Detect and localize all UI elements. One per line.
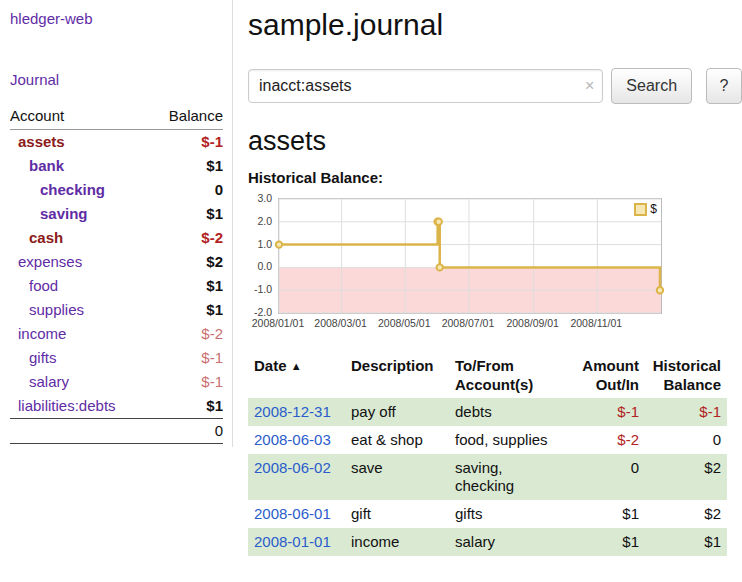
- account-link[interactable]: gifts: [29, 349, 57, 366]
- account-link[interactable]: checking: [40, 181, 105, 198]
- register-date-link[interactable]: 2008-01-01: [254, 533, 331, 550]
- register-account-cell: salary: [449, 528, 567, 556]
- sidebar: hledger-web Journal Account Balance asse…: [0, 0, 233, 447]
- register-balance-cell: 0: [645, 426, 727, 454]
- account-row: salary$-1: [10, 370, 223, 394]
- register-date-cell: 2008-06-03: [248, 426, 345, 454]
- chart-legend: $: [634, 202, 657, 216]
- account-link[interactable]: salary: [29, 373, 69, 390]
- account-link[interactable]: income: [18, 325, 66, 342]
- register-description-cell: income: [345, 528, 449, 556]
- register-header-date[interactable]: Date ▲: [248, 352, 345, 398]
- account-link[interactable]: supplies: [29, 301, 84, 318]
- accounts-header-account: Account: [10, 104, 151, 130]
- register-account-cell: food, supplies: [449, 426, 567, 454]
- page: hledger-web Journal Account Balance asse…: [0, 0, 742, 582]
- account-name-cell: liabilities:debts: [10, 394, 151, 419]
- register-table-body: 2008-12-31pay offdebts$-1$-12008-06-03ea…: [248, 398, 727, 556]
- x-tick-label: 2008/07/01: [442, 317, 495, 329]
- register-description-cell: eat & shop: [345, 426, 449, 454]
- accounts-table: Account Balance assets$-1bank$1checking0…: [10, 104, 223, 444]
- legend-label: $: [650, 202, 657, 216]
- account-balance: $1: [151, 394, 223, 419]
- account-balance: $-2: [151, 226, 223, 250]
- account-row: food$1: [10, 274, 223, 298]
- register-account-cell: gifts: [449, 500, 567, 528]
- register-amount-cell: $1: [567, 528, 645, 556]
- search-input[interactable]: [248, 69, 603, 103]
- search-button[interactable]: Search: [611, 68, 692, 104]
- register-header-amount: Amount Out/In: [567, 352, 645, 398]
- chart-svg: [279, 199, 661, 313]
- register-amount-cell: $-1: [567, 398, 645, 426]
- app-title-link[interactable]: hledger-web: [10, 10, 222, 27]
- register-header-balance: Historical Balance: [645, 352, 727, 398]
- accounts-header-balance: Balance: [151, 104, 223, 130]
- accounts-header-row: Account Balance: [10, 104, 223, 130]
- register-description-cell: save: [345, 454, 449, 500]
- search-box: ×: [248, 69, 603, 103]
- account-link[interactable]: liabilities:debts: [18, 397, 116, 414]
- account-link[interactable]: cash: [29, 229, 63, 246]
- account-row: assets$-1: [10, 130, 223, 155]
- x-tick-label: 2008/11/01: [570, 317, 622, 329]
- register-date-cell: 2008-01-01: [248, 528, 345, 556]
- account-name-cell: food: [10, 274, 151, 298]
- date-header-label: Date: [254, 357, 287, 374]
- account-link[interactable]: food: [29, 277, 58, 294]
- account-name-cell: assets: [10, 130, 151, 155]
- register-balance-cell: $2: [645, 454, 727, 500]
- balance-chart: 3.02.01.00.0-1.0-2.0 $ 2008/01/012008/03…: [248, 190, 742, 338]
- register-header-description: Description: [345, 352, 449, 398]
- register-balance-cell: $2: [645, 500, 727, 528]
- register-amount-cell: $-2: [567, 426, 645, 454]
- account-name-cell: salary: [10, 370, 151, 394]
- account-heading: assets: [248, 126, 742, 157]
- sidebar-item-journal[interactable]: Journal: [10, 71, 222, 88]
- register-table: Date ▲ Description To/From Account(s) Am…: [248, 352, 727, 556]
- account-balance: $1: [151, 298, 223, 322]
- register-date-link[interactable]: 2008-06-01: [254, 505, 331, 522]
- register-header-account: To/From Account(s): [449, 352, 567, 398]
- account-name-cell: gifts: [10, 346, 151, 370]
- account-name-cell: checking: [10, 178, 151, 202]
- account-row: checking0: [10, 178, 223, 202]
- x-tick-label: 2008/03/01: [314, 317, 367, 329]
- account-link[interactable]: expenses: [18, 253, 82, 270]
- account-link[interactable]: assets: [18, 133, 65, 150]
- register-row: 2008-06-03eat & shopfood, supplies$-20: [248, 426, 727, 454]
- account-row: gifts$-1: [10, 346, 223, 370]
- account-name-cell: expenses: [10, 250, 151, 274]
- register-row: 2008-06-02savesaving, checking0$2: [248, 454, 727, 500]
- register-description-cell: pay off: [345, 398, 449, 426]
- account-link[interactable]: saving: [40, 205, 88, 222]
- data-point-marker: [657, 287, 663, 293]
- register-date-cell: 2008-12-31: [248, 398, 345, 426]
- chart-plot: $: [278, 198, 662, 314]
- legend-swatch-icon: [634, 203, 647, 216]
- register-account-cell: saving, checking: [449, 454, 567, 500]
- y-tick-label: 2.0: [257, 215, 272, 227]
- accounts-total-spacer: [10, 419, 151, 444]
- register-account-cell: debts: [449, 398, 567, 426]
- account-balance: $1: [151, 202, 223, 226]
- y-tick-label: -1.0: [254, 283, 272, 295]
- register-amount-cell: $1: [567, 500, 645, 528]
- register-date-link[interactable]: 2008-06-02: [254, 459, 331, 476]
- register-row: 2008-12-31pay offdebts$-1$-1: [248, 398, 727, 426]
- sort-ascending-icon: ▲: [291, 360, 302, 372]
- y-tick-label: 1.0: [257, 238, 272, 250]
- register-row: 2008-01-01incomesalary$1$1: [248, 528, 727, 556]
- account-row: income$-2: [10, 322, 223, 346]
- register-amount-cell: 0: [567, 454, 645, 500]
- account-balance: $-1: [151, 346, 223, 370]
- account-name-cell: bank: [10, 154, 151, 178]
- chart-x-labels: 2008/01/012008/03/012008/05/012008/07/01…: [278, 317, 660, 331]
- register-date-link[interactable]: 2008-06-03: [254, 431, 331, 448]
- help-button[interactable]: ?: [706, 68, 742, 104]
- page-title: sample.journal: [248, 8, 742, 42]
- register-date-link[interactable]: 2008-12-31: [254, 403, 331, 420]
- clear-search-icon[interactable]: ×: [585, 78, 594, 94]
- chart-y-labels: 3.02.01.00.0-1.0-2.0: [248, 198, 274, 312]
- account-link[interactable]: bank: [29, 157, 64, 174]
